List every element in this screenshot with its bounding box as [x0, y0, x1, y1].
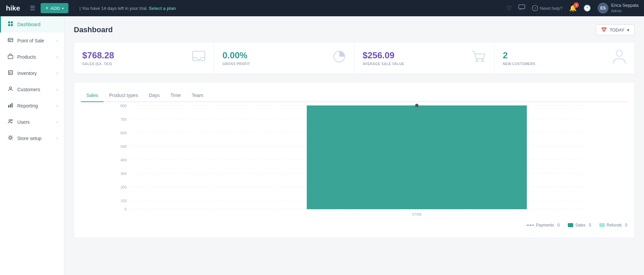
svg-rect-6: [8, 24, 10, 26]
sales-swatch-icon: [568, 223, 573, 227]
svg-rect-13: [8, 71, 13, 75]
notifications-icon[interactable]: 🔔 1: [569, 4, 577, 12]
sales-label: SALES (EX. TAX): [82, 62, 114, 66]
sidebar-item-store-setup[interactable]: Store setup ‹: [0, 130, 64, 146]
chart-area: 800 700 600 500 400 300 200 100 0: [81, 102, 627, 219]
page-title: Dashboard: [74, 25, 113, 34]
new-customers-value: 2: [503, 50, 535, 61]
trial-message: | You have 14 days left in your trial. S…: [74, 6, 176, 11]
svg-rect-11: [10, 40, 11, 41]
svg-point-48: [415, 104, 418, 107]
tab-sales[interactable]: Sales: [81, 89, 104, 102]
add-plus-icon: +: [45, 5, 48, 11]
svg-text:700: 700: [121, 117, 127, 121]
sidebar-item-inventory[interactable]: Inventory ‹: [0, 65, 64, 81]
stat-card-gross-profit: 0.00% GROSS PROFIT: [214, 42, 354, 74]
layout: Dashboard Point of Sale ‹ Produc: [0, 16, 644, 275]
add-button[interactable]: + ADD ▾: [41, 3, 68, 13]
tab-days[interactable]: Days: [144, 89, 165, 102]
svg-text:800: 800: [121, 104, 127, 108]
users-icon: [7, 119, 14, 125]
svg-point-28: [616, 50, 622, 56]
sidebar-item-dashboard[interactable]: Dashboard: [0, 16, 64, 33]
favorites-icon[interactable]: ♡: [506, 4, 512, 12]
svg-text:600: 600: [121, 131, 127, 135]
messages-icon[interactable]: [518, 4, 525, 12]
pos-chevron-icon: ‹: [57, 38, 58, 43]
history-icon[interactable]: 🕐: [583, 4, 591, 12]
sidebar-item-products[interactable]: Products ‹: [0, 49, 64, 65]
user-menu[interactable]: ES Erica Seppala Admin: [598, 3, 639, 14]
svg-point-23: [9, 137, 12, 139]
need-help-button[interactable]: ? Need help?: [532, 5, 563, 11]
svg-rect-1: [519, 5, 525, 9]
store-setup-icon: [7, 135, 14, 142]
gross-profit-value: 0.00%: [222, 50, 250, 61]
inventory-chevron-icon: ‹: [57, 71, 58, 76]
refunds-count: 0: [625, 223, 627, 228]
tab-product-types[interactable]: Product types: [104, 89, 144, 102]
avg-sale-label: AVERAGE SALE VALUE: [363, 62, 404, 66]
payments-line-icon: [527, 225, 534, 225]
sidebar: Dashboard Point of Sale ‹ Produc: [0, 16, 64, 275]
avatar: ES: [598, 3, 608, 14]
user-role: Admin: [611, 8, 639, 13]
users-chevron-icon: ‹: [57, 120, 58, 124]
gross-profit-label: GROSS PROFIT: [222, 62, 250, 66]
topnav: hike ☰ + ADD ▾ | You have 14 days left i…: [0, 0, 644, 16]
svg-rect-4: [8, 21, 10, 23]
sidebar-dashboard-label: Dashboard: [17, 22, 41, 27]
add-label: ADD: [50, 6, 60, 11]
svg-text:400: 400: [121, 158, 127, 162]
person-icon: [613, 49, 626, 67]
sidebar-inventory-label: Inventory: [17, 71, 37, 76]
sidebar-item-customers[interactable]: Customers ‹: [0, 81, 64, 98]
legend-sales: Sales 0: [568, 223, 591, 228]
tab-team[interactable]: Team: [186, 89, 209, 102]
stat-cards: $768.28 SALES (EX. TAX) 0.00% GROSS PROF…: [74, 42, 635, 74]
inventory-icon: [7, 70, 14, 77]
svg-point-22: [11, 119, 13, 121]
stat-card-avg-sale: $256.09 AVERAGE SALE VALUE: [354, 42, 494, 74]
stat-card-sales: $768.28 SALES (EX. TAX): [74, 42, 214, 74]
reporting-icon: [7, 102, 14, 109]
svg-text:?: ?: [534, 6, 536, 11]
dashboard-header: Dashboard 📅 TODAY ▾: [74, 24, 635, 35]
sidebar-item-users[interactable]: Users ‹: [0, 114, 64, 130]
legend-payments: Payments 0: [527, 223, 560, 228]
refunds-swatch-icon: [599, 223, 605, 227]
sidebar-item-point-of-sale[interactable]: Point of Sale ‹: [0, 33, 64, 49]
inbox-icon: [192, 50, 206, 66]
customers-icon: [7, 86, 14, 93]
today-button[interactable]: 📅 TODAY ▾: [596, 24, 635, 35]
tab-time[interactable]: Time: [165, 89, 187, 102]
hamburger-icon[interactable]: ☰: [30, 4, 35, 12]
sales-value: $768.28: [82, 50, 114, 61]
sidebar-item-reporting[interactable]: Reporting ‹: [0, 98, 64, 114]
svg-text:100: 100: [121, 199, 127, 203]
payments-count: 0: [557, 223, 560, 228]
store-setup-chevron-icon: ‹: [57, 136, 58, 141]
sidebar-users-label: Users: [17, 119, 30, 125]
svg-rect-47: [307, 105, 527, 209]
products-chevron-icon: ‹: [57, 55, 58, 59]
svg-point-17: [9, 87, 12, 89]
add-chevron-icon: ▾: [62, 6, 64, 10]
notification-badge: 1: [574, 2, 579, 8]
today-label: TODAY: [609, 27, 624, 33]
svg-rect-18: [8, 105, 9, 107]
calendar-icon: 📅: [601, 27, 607, 33]
sidebar-pos-label: Point of Sale: [17, 38, 44, 43]
svg-text:hike: hike: [6, 4, 20, 12]
sidebar-reporting-label: Reporting: [17, 103, 38, 109]
svg-rect-10: [9, 40, 9, 41]
logo[interactable]: hike: [5, 3, 22, 13]
reporting-chevron-icon: ‹: [57, 103, 58, 108]
select-plan-link[interactable]: Select a plan: [149, 6, 176, 11]
svg-rect-12: [8, 55, 13, 59]
products-icon: [7, 54, 14, 60]
sidebar-customers-label: Customers: [17, 87, 40, 92]
sidebar-products-label: Products: [17, 54, 36, 60]
legend-refunds: Refunds 0: [599, 223, 627, 228]
point-of-sale-icon: [7, 37, 14, 44]
